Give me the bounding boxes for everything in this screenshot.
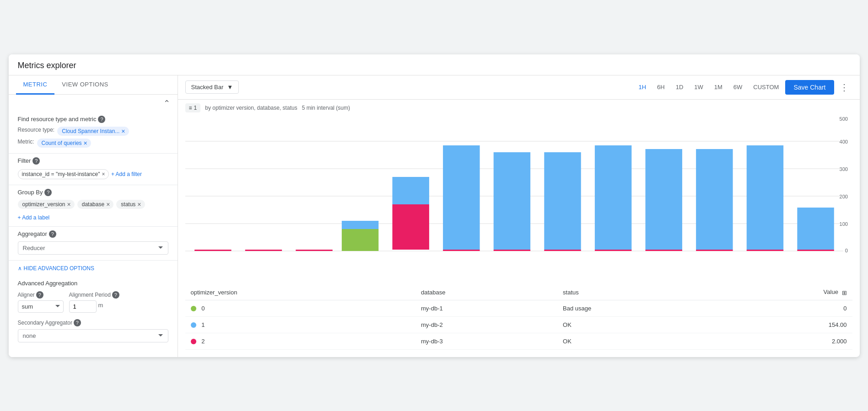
metric-chip-row: Metric: Count of queries × bbox=[18, 139, 168, 148]
svg-rect-25 bbox=[594, 145, 631, 250]
row-1-value: 154.00 bbox=[715, 316, 852, 333]
filter-chip[interactable]: instance_id = "my-test-instance" × bbox=[18, 169, 109, 179]
col-header-value: Value ⊞ bbox=[715, 285, 852, 300]
svg-text:200: 200 bbox=[839, 194, 847, 199]
row-1-optimizer: 1 bbox=[185, 316, 416, 333]
svg-rect-15 bbox=[341, 221, 378, 229]
collapse-row: ⌃ bbox=[9, 95, 178, 112]
time-btn-6h[interactable]: 6H bbox=[652, 81, 669, 93]
resource-type-label: Resource type: bbox=[18, 127, 55, 134]
aggregator-select[interactable]: Reducer bbox=[18, 241, 168, 255]
group-by-chip-status[interactable]: status × bbox=[116, 200, 145, 209]
metric-chip[interactable]: Count of queries × bbox=[37, 139, 91, 148]
filter-chip-remove[interactable]: × bbox=[102, 171, 105, 177]
row-2-value: 2.000 bbox=[715, 333, 852, 349]
table-row: 2 my-db-3 OK 2.000 bbox=[185, 333, 852, 349]
col-header-optimizer: optimizer_version bbox=[185, 285, 416, 300]
secondary-agg-help-icon[interactable]: ? bbox=[74, 319, 81, 326]
advanced-section: Advanced Aggregation Aligner ? sum Al bbox=[9, 276, 178, 348]
row-0-database: my-db-1 bbox=[415, 300, 557, 316]
aggregator-title: Aggregator ? bbox=[18, 230, 168, 238]
time-btn-1m[interactable]: 1M bbox=[710, 81, 727, 93]
time-btn-1d[interactable]: 1D bbox=[671, 81, 688, 93]
tab-metric[interactable]: METRIC bbox=[16, 75, 55, 95]
chart-toolbar: Stacked Bar ▼ 1H 6H 1D 1W 1M 6W CUSTOM S… bbox=[178, 75, 860, 100]
hide-advanced-button[interactable]: ∧ HIDE ADVANCED OPTIONS bbox=[9, 261, 103, 276]
save-chart-button[interactable]: Save Chart bbox=[785, 80, 834, 95]
alignment-period-input[interactable] bbox=[69, 300, 97, 313]
svg-rect-29 bbox=[696, 149, 733, 250]
collapse-button[interactable]: ⌃ bbox=[163, 98, 170, 108]
aligner-select[interactable]: sum bbox=[18, 300, 64, 313]
secondary-agg-select[interactable]: none bbox=[18, 329, 168, 342]
row-1-database: my-db-2 bbox=[415, 316, 557, 333]
legend-table-container: optimizer_version database status Value … bbox=[178, 281, 860, 357]
filter-badge: ≡ 1 bbox=[185, 103, 201, 112]
title-bar: Metrics explorer bbox=[9, 54, 860, 75]
svg-rect-21 bbox=[493, 152, 530, 250]
column-settings-icon[interactable]: ⊞ bbox=[842, 289, 847, 296]
row-2-optimizer: 2 bbox=[185, 333, 416, 349]
time-btn-1h[interactable]: 1H bbox=[634, 81, 651, 93]
group-by-chip-database[interactable]: database × bbox=[77, 200, 114, 209]
alignment-period-col: Alignment Period ? m bbox=[69, 291, 119, 313]
chart-subtitle-bar: ≡ 1 by optimizer version, database, stat… bbox=[178, 100, 860, 116]
svg-text:100: 100 bbox=[839, 221, 847, 227]
alignment-period-help-icon[interactable]: ? bbox=[112, 291, 119, 299]
svg-rect-30 bbox=[746, 250, 783, 251]
group-by-chip-status-remove[interactable]: × bbox=[137, 201, 141, 208]
svg-rect-20 bbox=[493, 250, 530, 251]
svg-rect-33 bbox=[797, 208, 834, 250]
time-btn-1w[interactable]: 1W bbox=[690, 81, 708, 93]
legend-dot-1 bbox=[191, 322, 196, 328]
time-btn-custom[interactable]: CUSTOM bbox=[749, 81, 783, 93]
row-0-optimizer: 0 bbox=[185, 300, 416, 316]
row-1-status: OK bbox=[557, 316, 715, 333]
add-label-link[interactable]: + Add a label bbox=[18, 214, 50, 221]
svg-rect-23 bbox=[544, 152, 581, 250]
legend-dot-2 bbox=[191, 339, 196, 344]
chart-type-select[interactable]: Stacked Bar ▼ bbox=[185, 80, 239, 94]
alignment-period-inputs: m bbox=[69, 300, 119, 313]
aligner-help-icon[interactable]: ? bbox=[36, 291, 43, 299]
aligner-row: Aligner ? sum Alignment Period ? bbox=[18, 291, 168, 313]
svg-rect-32 bbox=[797, 250, 834, 251]
metric-chip-remove[interactable]: × bbox=[84, 140, 87, 146]
svg-rect-24 bbox=[594, 250, 631, 251]
chart-area: 0 100 200 300 400 500 bbox=[178, 116, 860, 282]
left-panel: METRIC VIEW OPTIONS ⌃ Find resource type… bbox=[9, 75, 178, 357]
svg-rect-13 bbox=[296, 250, 332, 251]
svg-rect-27 bbox=[645, 149, 682, 250]
group-by-chip-optimizer-remove[interactable]: × bbox=[67, 201, 71, 208]
svg-rect-17 bbox=[392, 177, 429, 204]
metric-label: Metric: bbox=[18, 139, 34, 146]
aggregator-help-icon[interactable]: ? bbox=[49, 230, 56, 238]
svg-rect-16 bbox=[392, 204, 429, 250]
group-by-subtitle: by optimizer version, database, status bbox=[205, 105, 297, 111]
tab-view-options[interactable]: VIEW OPTIONS bbox=[54, 75, 115, 95]
group-by-chips: optimizer_version × database × status × … bbox=[18, 200, 168, 221]
resource-type-chip[interactable]: Cloud Spanner Instan... × bbox=[57, 127, 129, 136]
advanced-title: Advanced Aggregation bbox=[18, 280, 168, 287]
resource-help-icon[interactable]: ? bbox=[98, 116, 105, 123]
svg-text:400: 400 bbox=[839, 139, 847, 144]
alignment-period-label: Alignment Period ? bbox=[69, 291, 119, 299]
more-menu-button[interactable]: ⋮ bbox=[836, 80, 852, 95]
group-by-help-icon[interactable]: ? bbox=[44, 189, 52, 196]
svg-rect-22 bbox=[544, 250, 581, 251]
right-panel: Stacked Bar ▼ 1H 6H 1D 1W 1M 6W CUSTOM S… bbox=[178, 75, 860, 357]
time-btn-6w[interactable]: 6W bbox=[729, 81, 747, 93]
group-by-chip-database-remove[interactable]: × bbox=[106, 201, 110, 208]
svg-rect-14 bbox=[341, 229, 378, 251]
app-title: Metrics explorer bbox=[18, 61, 851, 70]
resource-type-chip-remove[interactable]: × bbox=[121, 128, 125, 134]
filter-section: Filter ? instance_id = "my-test-instance… bbox=[9, 154, 178, 185]
secondary-agg-wrapper: Secondary Aggregator ? none bbox=[18, 319, 168, 342]
svg-text:300: 300 bbox=[839, 166, 847, 172]
filter-help-icon[interactable]: ? bbox=[32, 157, 40, 165]
row-0-status: Bad usage bbox=[557, 300, 715, 316]
svg-text:0: 0 bbox=[845, 248, 847, 253]
add-filter-link[interactable]: + Add a filter bbox=[111, 171, 142, 177]
group-by-chip-optimizer[interactable]: optimizer_version × bbox=[18, 200, 75, 209]
legend-table: optimizer_version database status Value … bbox=[185, 285, 852, 349]
